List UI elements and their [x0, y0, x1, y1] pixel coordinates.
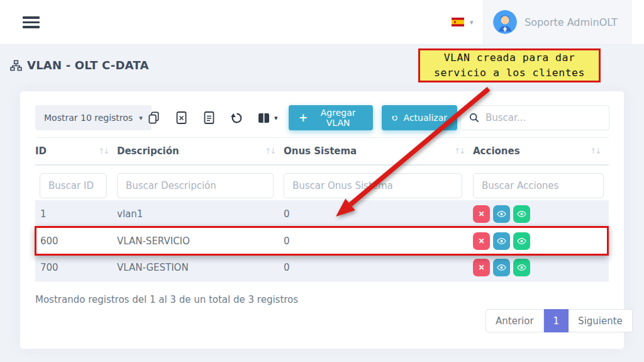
- filter-acciones-input[interactable]: [473, 173, 604, 198]
- user-menu[interactable]: Soporte AdminOLT: [483, 0, 632, 44]
- reload-table-button[interactable]: [230, 111, 243, 124]
- refresh-button[interactable]: Actualizar: [382, 105, 457, 130]
- view-detail-button[interactable]: [513, 205, 530, 223]
- table-header-row: ID ↑↓ Descripción ↑↓ Onus Sistema ↑↓ Acc…: [35, 137, 609, 166]
- view-detail-button[interactable]: [513, 232, 530, 250]
- pagination-previous-button[interactable]: Anterior: [486, 309, 544, 332]
- cell-acciones: ✕: [473, 259, 609, 276]
- column-header-acciones[interactable]: Acciones ↑↓: [473, 145, 609, 157]
- spain-flag-icon: [452, 18, 464, 26]
- sort-icon: ↑↓: [265, 147, 275, 156]
- file-excel-icon: [176, 111, 187, 124]
- view-onus-button[interactable]: [493, 205, 510, 223]
- columns-icon: [258, 113, 270, 123]
- cell-id: 600: [35, 235, 117, 247]
- cell-acciones: ✕: [473, 205, 609, 223]
- table-row-highlighted: 600 VLAN-SERVICIO 0 ✕: [35, 227, 609, 254]
- refresh-label: Actualizar: [404, 113, 447, 123]
- cell-descripcion: VLAN-SERVICIO: [117, 235, 284, 247]
- eye-icon: [517, 210, 526, 218]
- refresh-icon: [231, 112, 243, 124]
- global-search: [460, 105, 609, 130]
- close-icon: ✕: [478, 210, 484, 218]
- plus-icon: +: [299, 113, 308, 123]
- delete-vlan-button[interactable]: ✕: [473, 259, 490, 276]
- cell-id: 700: [35, 262, 117, 273]
- cell-onus-sistema: 0: [284, 262, 473, 273]
- add-vlan-label: Agregar VLAN: [313, 108, 363, 128]
- pagination: Anterior 1 Siguiente: [486, 309, 633, 332]
- export-toolbar: ▾: [147, 105, 278, 130]
- cell-descripcion: vlan1: [117, 208, 284, 220]
- sitemap-icon: [10, 60, 22, 71]
- export-file-button[interactable]: [203, 111, 215, 124]
- chevron-down-icon: ▾: [274, 115, 278, 122]
- cell-acciones: ✕: [473, 232, 609, 250]
- annotation-callout: VLAN creada para dar servicio a los clie…: [418, 48, 601, 82]
- eye-icon: [517, 237, 526, 245]
- filter-onus-sistema-input[interactable]: [284, 173, 462, 198]
- view-onus-button[interactable]: [493, 259, 510, 276]
- add-vlan-button[interactable]: + Agregar VLAN: [289, 105, 373, 130]
- pagination-page-1-button[interactable]: 1: [544, 309, 569, 332]
- menu-toggle-icon[interactable]: [23, 16, 40, 28]
- language-dropdown[interactable]: ▾: [452, 15, 474, 29]
- user-name-label: Soporte AdminOLT: [525, 16, 618, 28]
- search-icon: [469, 113, 479, 123]
- export-excel-button[interactable]: [175, 111, 187, 124]
- view-detail-button[interactable]: [513, 259, 530, 276]
- cell-onus-sistema: 0: [284, 208, 473, 220]
- chevron-down-icon: ▾: [139, 115, 143, 122]
- file-lines-icon: [204, 111, 214, 124]
- refresh-icon: [392, 113, 398, 123]
- chevron-down-icon: ▾: [470, 19, 474, 26]
- delete-vlan-button[interactable]: ✕: [473, 232, 490, 250]
- search-input[interactable]: [486, 112, 601, 123]
- length-menu-label: Mostrar 10 registros: [44, 113, 133, 123]
- user-avatar: [493, 10, 517, 34]
- column-header-onus-sistema[interactable]: Onus Sistema ↑↓: [284, 145, 473, 157]
- sort-icon: ↑↓: [454, 147, 464, 156]
- delete-vlan-button[interactable]: ✕: [473, 205, 490, 223]
- sort-icon: ↑↓: [590, 147, 600, 156]
- cell-id: 1: [35, 208, 117, 220]
- table-row: 1 vlan1 0 ✕: [35, 200, 609, 227]
- filter-descripcion-input[interactable]: [117, 173, 274, 198]
- column-header-descripcion[interactable]: Descripción ↑↓: [117, 145, 284, 157]
- eye-icon: [497, 210, 506, 218]
- table-info-text: Mostrando registros del 1 al 3 de un tot…: [35, 294, 298, 305]
- sort-icon: ↑↓: [98, 147, 108, 156]
- column-header-id[interactable]: ID ↑↓: [35, 145, 117, 157]
- copy-button[interactable]: [147, 111, 160, 124]
- length-menu-button[interactable]: Mostrar 10 registros ▾: [35, 105, 152, 130]
- eye-icon: [497, 264, 506, 271]
- close-icon: ✕: [478, 263, 484, 272]
- annotation-line-2: servicio a los clientes: [434, 65, 585, 81]
- cell-descripcion: VLAN-GESTION: [117, 262, 284, 273]
- vlan-table-card: Mostrar 10 registros ▾: [20, 91, 624, 349]
- eye-icon: [517, 264, 526, 271]
- close-icon: ✕: [478, 237, 484, 246]
- eye-icon: [497, 237, 506, 245]
- copy-icon: [148, 111, 160, 124]
- table-body: 1 vlan1 0 ✕ 600 VLAN-SERVICIO 0: [35, 200, 609, 281]
- filter-id-input[interactable]: [40, 173, 107, 198]
- page-title-text: VLAN - OLT C-DATA: [27, 59, 149, 72]
- app-screen: ▾ Soporte AdminOLT VLAN - OLT: [0, 0, 644, 362]
- annotation-line-1: VLAN creada para dar: [444, 50, 575, 65]
- top-navbar: ▾ Soporte AdminOLT: [0, 0, 644, 44]
- view-onus-button[interactable]: [493, 232, 510, 250]
- column-visibility-button[interactable]: ▾: [258, 111, 278, 124]
- table-row: 700 VLAN-GESTION 0 ✕: [35, 254, 609, 281]
- pagination-next-button[interactable]: Siguiente: [569, 309, 633, 332]
- cell-onus-sistema: 0: [284, 235, 473, 247]
- page-title: VLAN - OLT C-DATA: [10, 59, 149, 72]
